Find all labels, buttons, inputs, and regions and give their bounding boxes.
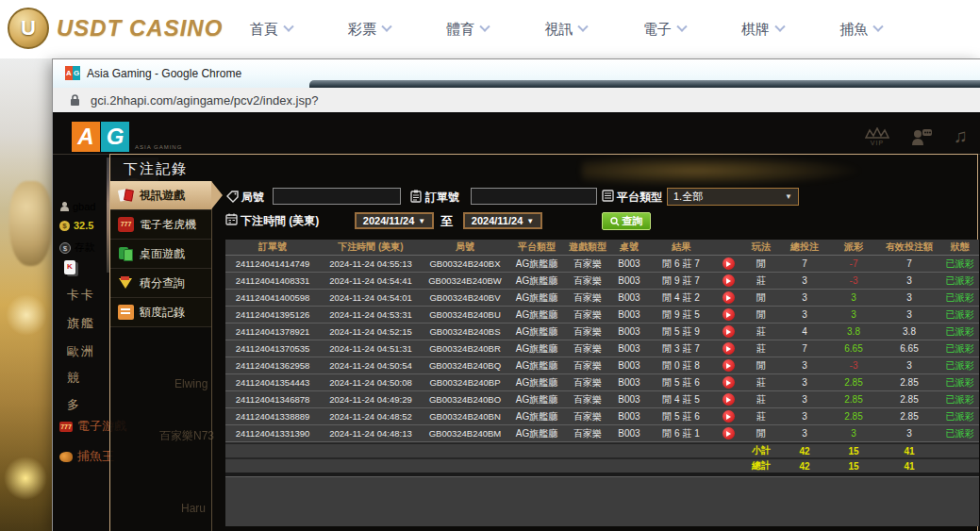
panel-menu-label: 額度記錄: [140, 305, 185, 321]
bg-menu-item[interactable]: 競: [67, 370, 81, 387]
table-row: 2411240414147492024-11-24 04:55:13GB0032…: [225, 256, 979, 273]
slot-777-icon: 777: [59, 422, 73, 432]
music-icon[interactable]: ♫: [954, 125, 968, 147]
date-arrow-icon: ▼: [526, 217, 534, 225]
round-input[interactable]: [273, 188, 401, 205]
bet-time-cell: 2024-11-24 04:55:13: [320, 256, 422, 272]
summary-valid-cell: 41: [878, 459, 940, 473]
order-input[interactable]: [471, 188, 597, 205]
lock-icon[interactable]: [70, 94, 80, 107]
empty-cell: [940, 444, 979, 457]
magnifier-icon: [610, 217, 620, 226]
round-number-cell: GB00324B240BU: [422, 307, 508, 323]
video-games-row[interactable]: K: [64, 260, 75, 274]
replay-button[interactable]: [723, 410, 735, 423]
replay-button[interactable]: [723, 427, 735, 440]
nav-item-捕魚[interactable]: 捕魚: [839, 21, 882, 39]
nav-item-label: 體育: [446, 21, 474, 39]
game-type-cell: 百家樂: [565, 425, 610, 441]
replay-button[interactable]: [723, 393, 735, 406]
nav-item-棋牌[interactable]: 棋牌: [741, 21, 784, 39]
search-button[interactable]: 查詢: [602, 212, 651, 230]
window-title: Asia Gaming - Google Chrome: [87, 67, 241, 80]
replay-button[interactable]: [723, 359, 735, 372]
valid-bet-cell: 3: [878, 357, 940, 373]
platform-cell: AG旗艦廳: [508, 307, 565, 323]
table-row: 2411240413544432024-11-24 04:50:08GB0032…: [225, 374, 979, 391]
panel-menu-積分查詢[interactable]: 積分查詢: [110, 269, 211, 298]
table-number-cell: B003: [610, 391, 648, 407]
replay-button[interactable]: [723, 291, 735, 304]
bg-menu-item[interactable]: 多: [67, 396, 81, 413]
chevron-down-icon: [381, 22, 391, 32]
replay-button[interactable]: [723, 376, 735, 389]
table-empty-area: [225, 473, 979, 526]
status-cell: 已派彩: [940, 273, 979, 289]
total-bet-cell: 7: [780, 340, 829, 357]
bg-menu-fishing[interactable]: 捕魚王: [59, 448, 114, 465]
result-cell: 閒 9 莊 7: [648, 273, 714, 289]
replay-cell: [714, 357, 742, 373]
round-number-cell: GB00324B240BP: [422, 374, 508, 390]
payout-cell: 3: [829, 290, 878, 306]
payout-cell: 3.8: [829, 324, 878, 340]
replay-cell: [714, 340, 742, 357]
favicon-a: A: [65, 66, 73, 80]
valid-bet-cell: 2.85: [878, 391, 940, 407]
round-number-cell: GB00324B240BQ: [422, 357, 508, 373]
vip-label: VIP: [865, 140, 889, 146]
payout-cell: 3: [829, 307, 878, 323]
panel-menu-視訊遊戲[interactable]: 視訊遊戲: [110, 181, 211, 210]
nav-item-體育[interactable]: 體育: [446, 21, 489, 39]
panel-menu-桌面遊戲[interactable]: 桌面遊戲: [110, 240, 211, 269]
platform-list-icon: [602, 190, 614, 202]
panel-menu-電子老虎機[interactable]: 777電子老虎機: [110, 210, 211, 240]
empty-cell: [508, 444, 565, 457]
date-to-picker[interactable]: 2024/11/24 ▼: [463, 212, 542, 229]
platform-select[interactable]: 1.全部 ▼: [667, 188, 799, 206]
empty-cell: [714, 459, 742, 473]
valid-bet-cell: 3.8: [878, 324, 940, 340]
table-header-cell: 派彩: [829, 240, 878, 255]
url-bar[interactable]: gci.2hhapi.com/agingame/pcv2/index.jsp?: [53, 88, 980, 114]
date-arrow-icon: ▼: [418, 217, 425, 225]
replay-button[interactable]: [723, 257, 735, 270]
deposit-row[interactable]: $ 存款: [59, 241, 95, 255]
payout-cell: 2.85: [829, 391, 878, 407]
bg-menu-item[interactable]: 卡卡: [67, 287, 95, 304]
chevron-down-icon: [774, 22, 785, 32]
game-type-cell: 百家樂: [565, 290, 610, 306]
table-header-cell: [714, 240, 742, 255]
replay-button[interactable]: [723, 342, 735, 355]
bet-time-cell: 2024-11-24 04:48:13: [320, 425, 422, 441]
nav-item-彩票[interactable]: 彩票: [348, 21, 390, 39]
bg-menu-item[interactable]: 歐洲: [67, 343, 95, 360]
table-number-cell: B003: [610, 307, 648, 323]
game-type-cell: 百家樂: [565, 357, 610, 373]
table-header-cell: 結果: [648, 240, 714, 255]
bg-menu-item[interactable]: 旗艦: [67, 315, 95, 332]
nav-item-電子[interactable]: 電子: [643, 21, 686, 39]
site-nav: 首頁彩票體育視訊電子棋牌捕魚: [222, 0, 910, 58]
round-label: 局號: [241, 190, 264, 206]
summary-payout-cell: 15: [829, 459, 878, 473]
vip-icon[interactable]: VIP: [865, 127, 889, 146]
nav-item-首頁[interactable]: 首頁: [250, 21, 292, 39]
nav-item-視訊[interactable]: 視訊: [544, 21, 587, 39]
status-cell: 已派彩: [940, 324, 979, 340]
order-number-cell: 241124041378921: [225, 324, 320, 340]
order-number-cell: 241124041338889: [225, 408, 320, 424]
total-bet-cell: 7: [780, 256, 829, 272]
panel-menu-額度記錄[interactable]: 額度記錄: [110, 298, 211, 327]
play-type-cell: 閒: [742, 290, 780, 306]
replay-button[interactable]: [723, 325, 735, 338]
balance-row: $ 32.5: [59, 220, 93, 231]
site-logo[interactable]: U USDT CASINO: [8, 8, 223, 49]
replay-button[interactable]: [723, 308, 735, 321]
game-type-cell: 百家樂: [565, 391, 610, 407]
date-from-picker[interactable]: 2024/11/24 ▼: [355, 212, 434, 229]
customer-service-icon[interactable]: [910, 127, 933, 146]
usdt-logo-icon: U: [8, 8, 49, 49]
replay-button[interactable]: [723, 274, 735, 287]
points-icon: [118, 275, 134, 290]
